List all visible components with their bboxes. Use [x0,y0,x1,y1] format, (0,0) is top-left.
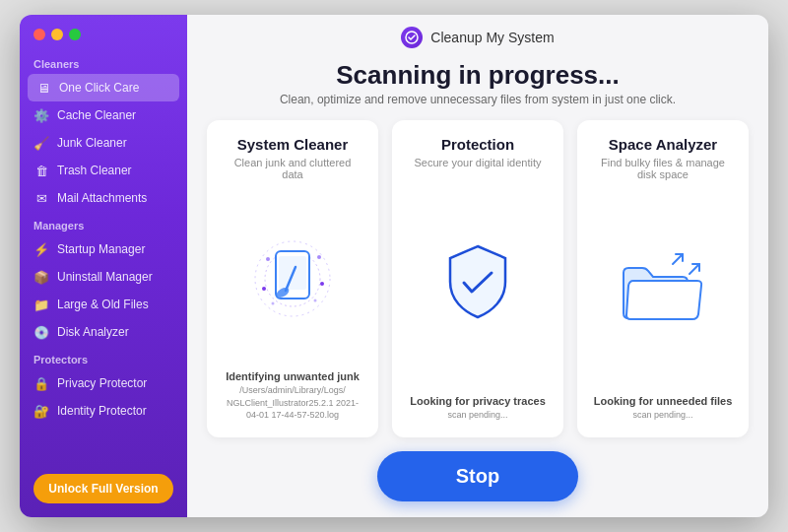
app-title: Cleanup My System [430,30,554,45]
protection-status: Looking for privacy traces [410,395,546,407]
protection-subtitle: Secure your digital identity [414,157,541,168]
sidebar-item-startup-manager[interactable]: ⚡ Startup Manager [20,235,187,263]
space-analyzer-detail: scan pending... [632,409,692,422]
space-analyzer-title: Space Analyzer [609,136,717,153]
app-header: Cleanup My System [187,15,768,56]
uninstall-icon: 📦 [33,269,49,285]
svg-line-13 [673,254,683,264]
system-cleaner-illustration [223,190,362,363]
protection-card: Protection Secure your digital identity … [392,120,563,437]
system-cleaner-title: System Cleaner [237,136,349,153]
protectors-section-label: Protectors [20,346,187,369]
sidebar-item-label: Startup Manager [57,242,145,256]
traffic-lights [20,15,187,50]
sidebar-item-large-old-files[interactable]: 📁 Large & Old Files [20,291,187,318]
sidebar-item-label: Privacy Protector [57,376,147,390]
close-dot[interactable] [33,29,45,40]
sidebar-item-label: Disk Analyzer [57,325,129,339]
app-window: Cleaners 🖥 One Click Care ⚙️ Cache Clean… [20,15,768,517]
main-content: Cleanup My System Scanning in progress..… [187,15,768,517]
sidebar-item-label: Mail Attachments [57,191,147,205]
sidebar-item-mail-attachments[interactable]: ✉ Mail Attachments [20,184,187,212]
system-cleaner-subtitle: Clean junk and cluttered data [223,157,362,180]
monitor-icon: 🖥 [35,80,51,96]
privacy-icon: 🔒 [33,375,49,391]
sidebar-item-junk-cleaner[interactable]: 🧹 Junk Cleaner [20,129,187,157]
mail-icon: ✉ [33,190,49,206]
unlock-full-version-button[interactable]: Unlock Full Version [33,474,173,503]
svg-point-10 [262,287,266,291]
sidebar-item-label: Uninstall Manager [57,270,153,284]
managers-section-label: Managers [20,212,187,235]
junk-icon: 🧹 [33,135,49,151]
space-analyzer-subtitle: Find bulky files & manage disk space [593,157,733,180]
protection-detail: scan pending... [447,409,507,422]
sidebar-item-privacy-protector[interactable]: 🔒 Privacy Protector [20,369,187,397]
stop-button-row: Stop [187,437,768,517]
stop-button[interactable]: Stop [377,451,578,501]
system-cleaner-status: Identifying unwanted junk [226,370,360,382]
system-cleaner-detail: /Users/admin/Library/Logs/ NGLClient_Ill… [223,384,362,422]
maximize-dot[interactable] [69,29,81,40]
sidebar-item-label: One Click Care [59,81,139,95]
space-analyzer-card: Space Analyzer Find bulky files & manage… [577,120,749,437]
system-cleaner-card: System Cleaner Clean junk and cluttered … [207,120,378,437]
sidebar-item-label: Large & Old Files [57,298,149,311]
sidebar-bottom: Unlock Full Version [20,460,187,517]
sidebar-item-one-click-care[interactable]: 🖥 One Click Care [28,74,179,101]
app-logo [401,27,423,48]
scan-subtitle: Clean, optimize and remove unnecessary f… [187,93,768,120]
startup-icon: ⚡ [33,241,49,257]
svg-point-8 [317,255,321,259]
sidebar-item-identity-protector[interactable]: 🔐 Identity Protector [20,397,187,425]
svg-line-14 [690,264,699,274]
space-analyzer-illustration [593,190,733,387]
protection-title: Protection [441,136,514,153]
trash-icon: 🗑 [33,163,49,178]
protection-illustration [408,178,548,387]
svg-point-7 [266,257,270,261]
sidebar-item-uninstall-manager[interactable]: 📦 Uninstall Manager [20,263,187,291]
sidebar-item-trash-cleaner[interactable]: 🗑 Trash Cleaner [20,157,187,184]
space-analyzer-status: Looking for unneeded files [594,395,733,407]
identity-icon: 🔐 [33,403,49,419]
svg-point-9 [320,282,324,286]
cards-row: System Cleaner Clean junk and cluttered … [187,120,768,437]
cache-icon: ⚙️ [33,107,49,123]
svg-point-11 [272,302,275,305]
files-icon: 📁 [33,297,49,312]
sidebar-item-label: Trash Cleaner [57,164,132,177]
scan-title: Scanning in progress... [187,56,768,93]
sidebar-item-cache-cleaner[interactable]: ⚙️ Cache Cleaner [20,101,187,129]
sidebar-item-label: Cache Cleaner [57,108,136,122]
sidebar-item-disk-analyzer[interactable]: 💿 Disk Analyzer [20,318,187,346]
disk-icon: 💿 [33,324,49,340]
sidebar-item-label: Junk Cleaner [57,136,127,150]
minimize-dot[interactable] [51,29,63,40]
sidebar: Cleaners 🖥 One Click Care ⚙️ Cache Clean… [20,15,187,517]
svg-point-12 [314,299,317,302]
cleaners-section-label: Cleaners [20,50,187,74]
sidebar-item-label: Identity Protector [57,404,147,418]
